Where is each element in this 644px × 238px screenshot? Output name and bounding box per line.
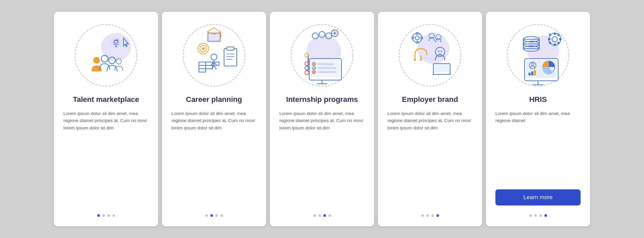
svg-rect-12 xyxy=(207,32,221,43)
svg-point-86 xyxy=(420,59,422,61)
svg-rect-100 xyxy=(554,44,556,46)
svg-rect-114 xyxy=(529,73,531,75)
svg-rect-99 xyxy=(554,33,556,35)
dot-4 xyxy=(544,214,547,217)
svg-point-67 xyxy=(305,66,309,70)
svg-rect-103 xyxy=(549,34,551,36)
card-body-text: Lorem ipsum dolor sit dim amet, mea regi… xyxy=(495,110,581,183)
card-title: HRIS xyxy=(529,95,547,105)
svg-rect-21 xyxy=(206,65,212,69)
illustration-hris xyxy=(504,22,572,89)
card-title: Employer brand xyxy=(402,95,458,105)
svg-rect-59 xyxy=(317,71,327,73)
dot-2 xyxy=(318,214,321,217)
dot-1 xyxy=(205,214,208,217)
illustration-employer-brand xyxy=(396,22,464,89)
card-body-text: Lorem ipsum dolor sit dim amet, mea regi… xyxy=(387,110,473,207)
svg-point-68 xyxy=(305,71,309,75)
dot-1 xyxy=(97,214,100,217)
card-talent-marketplace: Talent marketplace Lorem ipsum dolor sit… xyxy=(54,12,158,226)
card-dots xyxy=(421,214,439,217)
svg-line-28 xyxy=(214,65,216,69)
svg-point-72 xyxy=(415,36,419,40)
card-body-text: Lorem ipsum dolor sit dim amet, mea regi… xyxy=(63,110,149,207)
dot-3 xyxy=(323,214,326,217)
card-body-text: Lorem ipsum dolor sit dim amet, mea regi… xyxy=(171,110,257,207)
dot-3 xyxy=(539,214,542,217)
card-title: Talent marketplace xyxy=(73,95,139,105)
svg-rect-55 xyxy=(317,67,327,69)
card-dots xyxy=(529,214,547,217)
svg-rect-102 xyxy=(559,38,561,40)
svg-rect-81 xyxy=(434,65,449,72)
svg-rect-29 xyxy=(224,49,237,66)
card-hris: HRIS Lorem ipsum dolor sit dim amet, mea… xyxy=(486,12,590,226)
dot-1 xyxy=(529,214,532,217)
svg-point-36 xyxy=(202,47,205,50)
card-dots xyxy=(97,214,115,217)
svg-point-66 xyxy=(305,62,309,66)
svg-rect-115 xyxy=(531,71,533,75)
dot-3 xyxy=(431,214,434,217)
svg-rect-20 xyxy=(206,62,212,65)
dot-1 xyxy=(313,214,316,217)
dot-3 xyxy=(107,214,110,217)
illustration-talent-marketplace xyxy=(72,22,140,89)
card-career-planning: Career planning Lorem ipsum dolor sit di… xyxy=(162,12,266,226)
svg-rect-30 xyxy=(227,47,234,50)
dot-2 xyxy=(210,214,213,217)
svg-point-85 xyxy=(414,59,416,61)
illustration-career-planning xyxy=(180,22,248,89)
dot-4 xyxy=(220,214,223,217)
svg-point-78 xyxy=(438,51,439,52)
svg-point-23 xyxy=(211,54,217,60)
dot-4 xyxy=(436,214,439,217)
card-body-text: Lorem ipsum dolor sit dim amet, mea regi… xyxy=(279,110,365,207)
svg-point-3 xyxy=(111,37,121,48)
dot-4 xyxy=(328,214,331,217)
dot-1 xyxy=(421,214,424,217)
svg-rect-101 xyxy=(548,38,550,40)
illustration-internship-programs xyxy=(288,22,356,89)
svg-rect-53 xyxy=(324,63,334,65)
svg-rect-61 xyxy=(326,71,336,73)
svg-point-79 xyxy=(441,51,442,52)
card-dots xyxy=(313,214,331,217)
svg-rect-17 xyxy=(199,65,206,69)
svg-rect-60 xyxy=(326,67,336,69)
svg-point-7 xyxy=(93,57,100,64)
cards-container: Talent marketplace Lorem ipsum dolor sit… xyxy=(41,2,603,236)
dot-4 xyxy=(112,214,115,217)
dot-2 xyxy=(102,214,105,217)
learn-more-button[interactable]: Learn more xyxy=(495,189,581,205)
svg-rect-116 xyxy=(534,70,536,75)
dot-3 xyxy=(215,214,218,217)
svg-rect-19 xyxy=(199,69,206,72)
svg-line-26 xyxy=(214,63,217,65)
card-dots xyxy=(205,214,223,217)
svg-point-8 xyxy=(101,55,108,62)
card-employer-brand: Employer brand Lorem ipsum dolor sit dim… xyxy=(378,12,482,226)
card-title: Career planning xyxy=(186,95,242,105)
dot-2 xyxy=(426,214,429,217)
card-title: Internship programs xyxy=(286,95,358,105)
svg-rect-18 xyxy=(199,62,206,65)
card-internship-programs: Internship programs Lorem ipsum dolor si… xyxy=(270,12,374,226)
svg-point-16 xyxy=(220,36,222,38)
dot-2 xyxy=(534,214,537,217)
